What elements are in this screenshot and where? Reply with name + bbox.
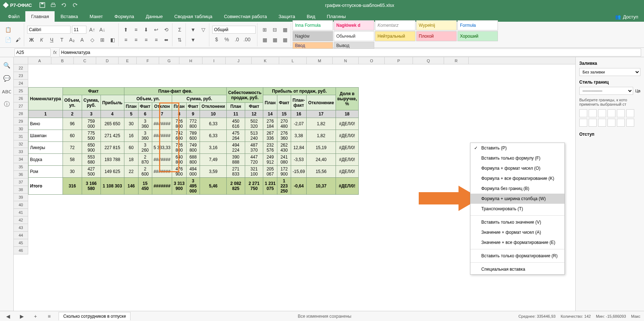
ctx-item[interactable]: Вставить (P)	[470, 143, 564, 153]
sheet-list-icon[interactable]: ≡	[45, 312, 54, 321]
next-sheet-icon[interactable]: ▶	[17, 312, 26, 321]
currency-icon[interactable]: $	[212, 35, 221, 44]
sort-icon[interactable]: ⇅	[175, 35, 184, 44]
italic-icon[interactable]: К	[37, 35, 46, 44]
tab-макет[interactable]: Макет	[84, 11, 109, 22]
save-icon[interactable]	[39, 2, 46, 8]
sheet-tab[interactable]: Сколько сотрудников в отпуске	[59, 312, 131, 320]
select-all-corner[interactable]	[14, 57, 28, 64]
style-cell[interactable]: Inna Formuła	[293, 20, 333, 30]
undo-icon[interactable]	[61, 2, 67, 8]
number-format-select[interactable]	[212, 26, 256, 34]
row-header[interactable]: 42	[14, 216, 28, 224]
subscript-icon[interactable]: A₂	[68, 35, 76, 44]
border-outer-icon[interactable]	[579, 109, 587, 117]
border-bottom-icon[interactable]	[626, 119, 634, 127]
tab-главная[interactable]: Главная	[25, 11, 55, 22]
fill-select[interactable]: Без заливки	[579, 68, 640, 76]
copy-icon[interactable]: 📋	[4, 25, 12, 34]
info-icon[interactable]: ⓘ	[3, 101, 10, 108]
row-header[interactable]: 45	[14, 239, 28, 247]
column-header[interactable]: R	[444, 57, 469, 64]
ctx-item[interactable]: Значение + формат чисел (A)	[470, 227, 564, 237]
border-diag1-icon[interactable]	[617, 109, 625, 117]
style-cell[interactable]: Nagłówek d	[334, 20, 374, 30]
border-style-select[interactable]: ───────	[579, 87, 633, 95]
align-top-icon[interactable]: ⬆	[121, 25, 130, 34]
row-header[interactable]: 22	[14, 64, 28, 72]
border-hmid-icon[interactable]	[617, 119, 625, 127]
ctx-item[interactable]: Формула + формат чисел (O)	[470, 163, 564, 173]
row-header[interactable]: 23	[14, 72, 28, 80]
row-header[interactable]: 44	[14, 232, 28, 239]
tab-формула[interactable]: Формула	[109, 11, 140, 22]
fx-icon[interactable]: fx	[51, 50, 59, 55]
style-cell[interactable]: Хороший	[457, 31, 498, 41]
increase-decimal-icon[interactable]: .00	[243, 35, 251, 44]
percent-icon[interactable]: %	[222, 35, 231, 44]
border-vmid-icon[interactable]	[589, 119, 597, 127]
share-button[interactable]: 👥 Доступ	[609, 12, 644, 22]
autosum-icon[interactable]: Σ	[175, 25, 184, 34]
column-header[interactable]: L	[279, 57, 307, 64]
increase-font-icon[interactable]: A↑	[88, 25, 97, 34]
row-header[interactable]: 30	[14, 125, 28, 133]
borders-icon[interactable]: ⊞	[98, 35, 107, 44]
paste-special-menu[interactable]: Вставить (P)Вставить только формулу (F)Ф…	[470, 143, 565, 275]
column-header[interactable]: J	[226, 57, 252, 64]
column-header[interactable]: I	[202, 57, 226, 64]
column-header[interactable]: Q	[413, 57, 444, 64]
row-header[interactable]: 29	[14, 118, 28, 125]
border-diag2-icon[interactable]	[626, 109, 634, 117]
ctx-item[interactable]: Формула + ширина столбца (W)	[470, 194, 564, 204]
column-header[interactable]: O	[359, 57, 385, 64]
style-cell[interactable]: Обычный	[334, 31, 374, 41]
ctx-item[interactable]: Формула + все форматирование (K)	[470, 173, 564, 183]
ctx-item[interactable]: Вставить только формулу (F)	[470, 153, 564, 163]
prev-sheet-icon[interactable]: ◀	[4, 312, 12, 321]
strikethrough-icon[interactable]: Т	[57, 35, 66, 44]
comments-icon[interactable]: 💬	[3, 75, 10, 82]
row-header[interactable]: 32	[14, 140, 28, 148]
style-cell[interactable]: Нейтральный	[375, 31, 415, 41]
ctx-item[interactable]: Специальная вставка	[470, 264, 564, 274]
font-name-input[interactable]	[27, 26, 71, 34]
row-header[interactable]: 39	[14, 194, 28, 201]
style-cell[interactable]: Formuła	[457, 20, 498, 30]
row-header[interactable]: 34	[14, 156, 28, 163]
font-size-input[interactable]	[72, 26, 86, 34]
data-table[interactable]: НоменклатураФактПлан-факт фев.Себестоимо…	[28, 87, 359, 195]
tab-вставка[interactable]: Вставка	[55, 11, 84, 22]
align-left-icon[interactable]: ≡	[121, 35, 130, 44]
formula-input[interactable]	[59, 48, 641, 56]
align-justify-icon[interactable]: ≡	[152, 35, 161, 44]
decrease-font-icon[interactable]: A↓	[98, 25, 107, 34]
row-header[interactable]: 35	[14, 163, 28, 171]
cell-styles[interactable]: Inna FormułaNagłówek dKomentarzWypełnijF…	[293, 20, 498, 49]
border-inner-icon[interactable]	[589, 109, 597, 117]
decrease-decimal-icon[interactable]: .0	[233, 35, 241, 44]
column-header[interactable]: F	[137, 57, 159, 64]
column-header[interactable]: D	[96, 57, 119, 64]
table-icon[interactable]: ▦	[260, 35, 269, 44]
row-header[interactable]: 40	[14, 201, 28, 209]
wrap-text-icon[interactable]: ↩	[152, 25, 161, 34]
delete-cells-icon[interactable]: ⊟	[270, 25, 279, 34]
column-header[interactable]: A	[28, 57, 51, 64]
align-middle-icon[interactable]: ≡	[132, 25, 140, 34]
style-cell[interactable]: Ввод	[293, 42, 333, 49]
reapply-icon[interactable]: ▼	[189, 35, 197, 44]
style-cell[interactable]: Komentarz	[375, 20, 415, 30]
row-header[interactable]: 38	[14, 186, 28, 194]
align-right-icon[interactable]: ≡	[142, 35, 150, 44]
column-header[interactable]: B	[51, 57, 74, 64]
row-header[interactable]: 27	[14, 102, 28, 110]
border-top-icon[interactable]	[607, 119, 615, 127]
ctx-item[interactable]: Вставить только форматирование (R)	[470, 251, 564, 261]
name-box[interactable]	[14, 48, 51, 56]
format-painter-icon[interactable]: 🖌	[14, 35, 22, 44]
spellcheck-icon[interactable]: ᴀʙᴄ	[3, 88, 10, 95]
column-header[interactable]: N	[333, 57, 359, 64]
column-header[interactable]: K	[252, 57, 279, 64]
ctx-item[interactable]: Вставить только значение (V)	[470, 217, 564, 227]
